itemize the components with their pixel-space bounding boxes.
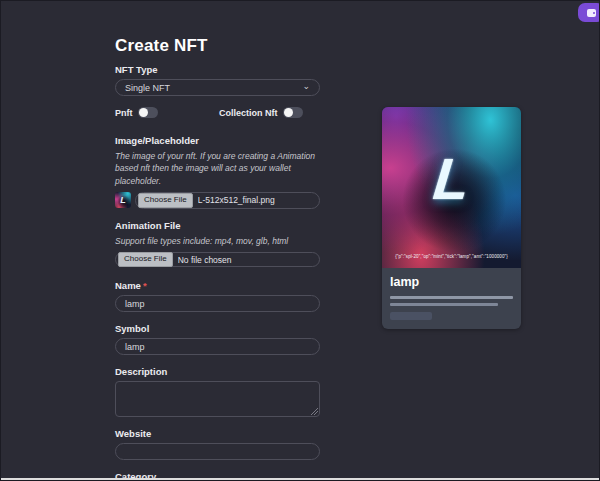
page-title: Create NFT (115, 36, 208, 56)
toggle-knob (284, 108, 293, 117)
nft-type-value: Single NFT (125, 83, 170, 93)
image-file-input[interactable]: Choose File L-512x512_final.png (135, 192, 320, 209)
image-choose-file-button[interactable]: Choose File (138, 193, 193, 208)
animation-file-group: Animation File Support file types includ… (115, 220, 320, 267)
nft-preview-image: L {"p":"spl-20","op":"mint","tick":"lamp… (382, 107, 521, 268)
animation-choose-file-button[interactable]: Choose File (118, 252, 173, 267)
image-file-row: L Choose File L-512x512_final.png (115, 192, 320, 209)
placeholder-bar (390, 312, 432, 320)
description-group: Description (115, 366, 320, 417)
collection-nft-toggle[interactable] (283, 107, 303, 118)
name-label: Name* (115, 280, 320, 291)
image-placeholder-label: Image/Placeholder (115, 135, 320, 146)
thumbnail-letter: L (115, 192, 131, 208)
website-label: Website (115, 428, 320, 439)
toggle-knob (139, 108, 148, 117)
nft-type-group: NFT Type Single NFT ⌄ (115, 64, 320, 96)
name-group: Name* (115, 280, 320, 312)
wallet-icon (587, 9, 596, 17)
symbol-label: Symbol (115, 323, 320, 334)
pnft-toggle-group: Pnft (115, 107, 158, 118)
image-thumbnail: L (115, 192, 131, 208)
animation-file-input[interactable]: Choose File No file chosen (115, 252, 320, 267)
nft-card-title: lamp (390, 275, 513, 289)
create-nft-form: NFT Type Single NFT ⌄ Pnft Collection Nf… (115, 64, 320, 481)
nft-preview-card: L {"p":"spl-20","op":"mint","tick":"lamp… (382, 107, 521, 329)
collection-nft-label: Collection Nft (219, 108, 278, 118)
collection-nft-toggle-group: Collection Nft (219, 107, 303, 118)
website-input[interactable] (115, 443, 320, 460)
nft-type-label: NFT Type (115, 64, 320, 75)
animation-file-help: Support file types include: mp4, mov, gl… (115, 235, 320, 247)
animation-file-name: No file chosen (178, 255, 232, 265)
wallet-button[interactable] (578, 3, 600, 22)
toggle-row: Pnft Collection Nft (115, 107, 320, 121)
name-input[interactable] (115, 295, 320, 312)
nft-card-body: lamp (382, 268, 521, 329)
image-file-name: L-512x512_final.png (198, 195, 275, 205)
placeholder-bar (390, 303, 498, 306)
description-label: Description (115, 366, 320, 377)
animation-file-label: Animation File (115, 220, 320, 231)
resize-handle[interactable] (311, 408, 318, 415)
placeholder-bar (390, 296, 513, 299)
required-asterisk: * (143, 280, 147, 291)
description-textarea[interactable] (115, 381, 320, 417)
nft-type-select[interactable]: Single NFT ⌄ (115, 79, 320, 96)
image-placeholder-group: Image/Placeholder The image of your nft.… (115, 135, 320, 209)
symbol-input[interactable] (115, 338, 320, 355)
pnft-toggle[interactable] (138, 107, 158, 118)
symbol-group: Symbol (115, 323, 320, 355)
nft-image-caption: {"p":"spl-20","op":"mint","tick":"lamp",… (382, 254, 521, 259)
website-group: Website (115, 428, 320, 460)
nft-image-letter: L (382, 145, 521, 212)
image-placeholder-help: The image of your nft. If you are creati… (115, 150, 320, 187)
chevron-down-icon: ⌄ (302, 82, 310, 91)
pnft-label: Pnft (115, 108, 133, 118)
